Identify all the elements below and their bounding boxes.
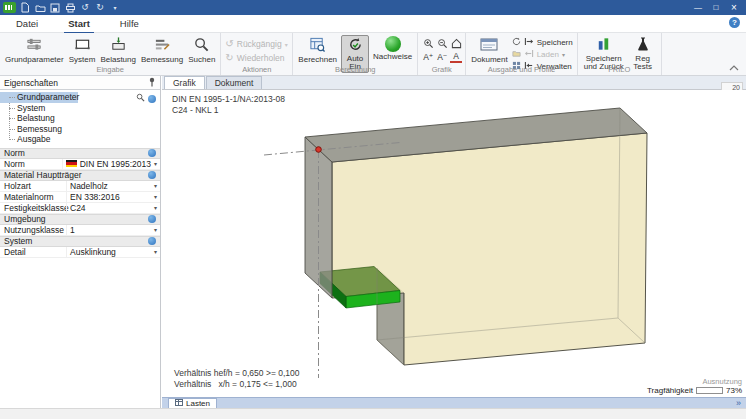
properties-sidebar: Eigenschaften Grundparameter System Bela… [0,76,161,408]
belastung-button[interactable]: Belastung [99,35,137,65]
help-icon[interactable]: ? [729,17,740,28]
tab-grafik[interactable]: Grafik [164,76,205,89]
tree-item-system[interactable]: System [0,103,160,114]
property-row: Norm DIN EN 1995:2013 ▾ [0,159,160,170]
system-button[interactable]: System [68,35,97,65]
bemessung-button[interactable]: Bemessung [140,35,184,65]
tree-item-ausgabe[interactable]: Ausgabe [0,134,160,145]
save-icon[interactable] [49,2,61,14]
tree-connect-icon[interactable] [148,95,156,103]
redo-icon[interactable]: ↻ [94,2,106,14]
ribbon-group-label: Ausgabe und Profile [466,65,577,74]
section-collapse-icon[interactable] [148,149,156,157]
tab-hilfe[interactable]: Hilfe [118,16,141,31]
undo-action-icon: ↺ [225,39,233,49]
property-row: Materialnorm EN 338:2016 ▾ [0,192,160,203]
undo-action-button[interactable]: ↺ Rückgängig ▾ [225,38,287,50]
ribbon-group-label: Aktionen [221,65,292,74]
utilization-block: Ausnutzung Tragfähigkeit 73% [647,377,742,395]
laden-caret-icon: ▾ [562,51,565,58]
flask-icon [635,36,651,54]
nachweise-button[interactable]: Nachweise [372,35,413,62]
font-decrease-icon[interactable]: A⁻ [436,51,448,63]
grundparameter-button[interactable]: Grundparameter [4,35,65,65]
holzart-select[interactable]: Nadelholz ▾ [66,181,160,191]
materialnorm-select[interactable]: EN 338:2016 ▾ [66,192,160,202]
dropdown-caret-icon: ▾ [154,226,157,233]
dokument-button[interactable]: Dokument [470,35,508,65]
property-row: Holzart Nadelholz ▾ [0,181,160,192]
ribbon-group-grafik: A⁺ A⁻ A Grafik [418,33,466,75]
zoom-reset-home-icon[interactable] [450,37,462,49]
dropdown-caret-icon: ▾ [154,182,157,189]
minimize-button[interactable]: — [689,1,707,14]
utilization-percent: 73% [726,386,742,395]
section-collapse-icon[interactable] [148,215,156,223]
zoom-in-icon[interactable] [422,37,434,49]
profile-speichern-button[interactable]: Speichern [512,37,573,48]
close-button[interactable]: × [725,1,743,14]
collapse-ribbon-icon[interactable] [729,63,739,73]
tab-dokument[interactable]: Dokument [206,76,263,89]
search-icon [193,36,210,55]
tab-start[interactable]: Start [66,16,92,31]
print-icon[interactable] [64,2,76,14]
profile-laden-button[interactable]: Laden ▾ [512,49,573,60]
bottom-tab-bar: Lasten » [162,397,746,408]
ribbon-group-berechnung: Berechnen Auto Ein Nachweise Berechnung [293,33,418,75]
font-color-icon[interactable]: A [450,51,462,63]
section-norm: Norm [0,148,160,159]
open-file-icon[interactable] [34,2,46,14]
more-tabs-icon[interactable]: » [736,398,746,408]
bemessung-icon [154,36,171,55]
tree-item-belastung[interactable]: Belastung [0,113,160,124]
detail-select[interactable]: Ausklinkung ▾ [66,247,160,257]
ribbon-group-label: Grafik [418,65,465,74]
tree-item-bemessung[interactable]: Bemessung [0,124,160,135]
dropdown-caret-icon: ▾ [154,160,157,167]
property-row: Detail Ausklinkung ▾ [0,247,160,258]
document-icon [480,36,498,55]
property-row: Nutzungsklasse 1 ▾ [0,225,160,236]
grundparameter-icon [26,36,43,55]
zoom-out-icon[interactable] [436,37,448,49]
tree-search-icon[interactable] [136,93,145,104]
main-area: Grafik Dokument 20 10 [162,76,746,397]
section-collapse-icon[interactable] [148,171,156,179]
maximize-button[interactable]: □ [707,1,725,14]
norm-select[interactable]: DIN EN 1995:2013 ▾ [62,159,160,169]
festigkeitsklasse-select[interactable]: C24 ▾ [66,203,160,213]
graphics-canvas[interactable]: DIN EN 1995-1-1/NA:2013-08 C24 - NKL 1 V… [162,90,746,397]
quick-access-caret-icon[interactable]: ▾ [109,2,121,14]
tab-datei[interactable]: Datei [14,16,40,31]
save-profile-icon [524,37,534,48]
new-document-icon[interactable] [19,2,31,14]
ribbon: Grundparameter System Belastung Bemessun… [0,33,746,76]
ribbon-group-eingabe: Grundparameter System Belastung Bemessun… [0,33,221,75]
berechnen-button[interactable]: Berechnen [297,35,338,65]
norm-annotation: DIN EN 1995-1-1/NA:2013-08 [172,94,285,104]
pin-icon[interactable] [148,77,156,89]
redo-action-button[interactable]: ↻ Wiederholen [225,52,287,64]
suchen-button[interactable]: Suchen [187,35,216,65]
app-logo [3,2,16,13]
utilization-heading: Ausnutzung [702,377,742,386]
font-increase-icon[interactable]: A⁺ [422,51,434,63]
ribbon-group-ausgabe: Dokument Speichern Laden ▾ [466,33,578,75]
section-umgebung: Umgebung [0,214,160,225]
system-icon [74,36,91,55]
title-bar: ↺ ↻ ▾ — □ × [0,0,746,15]
tree-item-grundparameter[interactable]: Grundparameter [0,92,78,103]
bottom-strip [0,408,746,419]
nutzungsklasse-select[interactable]: 1 ▾ [66,225,160,235]
tab-lasten[interactable]: Lasten [168,398,217,408]
material-annotation: C24 - NKL 1 [172,105,218,115]
window-controls: — □ × [689,1,743,14]
section-collapse-icon[interactable] [148,237,156,245]
german-flag-icon [66,160,77,167]
auto-calc-icon [348,37,363,54]
ratio-hef-annotation: Verhältnis hef/h = 0,650 >= 0,100 [174,368,299,378]
beam-3d-view [162,90,746,397]
undo-icon[interactable]: ↺ [79,2,91,14]
navigation-tree: Grundparameter System Belastung Bemessun… [0,90,160,148]
